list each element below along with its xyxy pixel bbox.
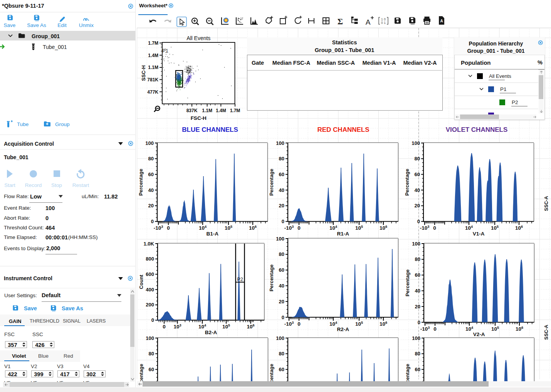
svg-text:100: 100 [412, 141, 420, 146]
svg-text:80: 80 [279, 156, 284, 162]
svg-text:0: 0 [167, 225, 170, 231]
svg-text:80: 80 [415, 156, 420, 162]
svg-text:800: 800 [146, 256, 154, 262]
svg-text:100: 100 [276, 336, 285, 341]
svg-text:105: 105 [222, 323, 230, 330]
svg-text:0: 0 [163, 324, 166, 330]
svg-text:106: 106 [380, 320, 387, 326]
svg-text:80: 80 [148, 351, 154, 357]
svg-text:60: 60 [415, 367, 420, 372]
svg-text:60: 60 [279, 367, 284, 372]
svg-text:100: 100 [145, 141, 154, 146]
svg-text:R2-A: R2-A [337, 326, 349, 332]
svg-text:40: 40 [279, 187, 284, 193]
svg-text:104: 104 [329, 225, 337, 231]
svg-text:20: 20 [415, 203, 420, 209]
svg-text:A: A [440, 19, 443, 23]
svg-text:600: 600 [146, 271, 154, 277]
svg-text:477K: 477K [147, 89, 158, 95]
svg-text:SSC-A: SSC-A [544, 325, 549, 340]
svg-text:0 1: 0 1 [381, 21, 386, 25]
svg-text:Percentage: Percentage [269, 364, 274, 381]
svg-text:80: 80 [415, 256, 420, 262]
svg-text:-103: -103 [420, 326, 430, 332]
svg-text:104: 104 [199, 225, 207, 231]
svg-text:106: 106 [247, 323, 254, 330]
svg-text:60: 60 [279, 172, 284, 177]
svg-text:0: 0 [282, 314, 284, 320]
svg-text:100: 100 [412, 241, 420, 247]
svg-text:60: 60 [415, 172, 420, 177]
svg-text:0: 0 [433, 326, 437, 332]
svg-text:104: 104 [465, 225, 473, 231]
svg-text:0: 0 [298, 321, 301, 326]
svg-text:781K: 781K [147, 77, 158, 82]
svg-text:0: 0 [151, 317, 154, 323]
svg-text:Percentage: Percentage [405, 364, 410, 381]
svg-text:104: 104 [329, 320, 337, 326]
svg-text:60: 60 [415, 272, 420, 278]
svg-text:0: 0 [433, 225, 437, 231]
svg-text:200: 200 [146, 302, 154, 308]
svg-text:V1-A: V1-A [473, 231, 485, 237]
svg-text:60: 60 [148, 367, 154, 372]
svg-text:1.0K: 1.0K [143, 241, 154, 247]
svg-text:60: 60 [148, 172, 154, 177]
svg-text:-103: -103 [420, 225, 430, 231]
svg-text:0: 0 [298, 225, 301, 231]
svg-text:Percentage: Percentage [404, 169, 410, 196]
svg-text:837K: 837K [186, 108, 198, 113]
svg-text:A: A [366, 18, 371, 26]
svg-text:1.1M: 1.1M [148, 65, 158, 70]
svg-text:105: 105 [225, 225, 232, 231]
svg-text:80: 80 [148, 156, 154, 162]
svg-text:80: 80 [415, 351, 420, 357]
svg-text:80: 80 [279, 251, 284, 257]
svg-text:20: 20 [279, 298, 284, 304]
svg-text:20: 20 [148, 203, 154, 209]
svg-text:40: 40 [415, 288, 420, 294]
svg-text:1.4M: 1.4M [148, 53, 158, 58]
svg-text:106: 106 [515, 326, 523, 332]
svg-text:P1: P1 [163, 48, 168, 54]
svg-text:106: 106 [515, 225, 523, 231]
svg-text:1.7M: 1.7M [148, 40, 158, 46]
svg-text:104: 104 [198, 323, 206, 330]
svg-text:0: 0 [282, 219, 284, 224]
svg-text:Σ: Σ [338, 17, 343, 26]
svg-text:400: 400 [146, 286, 154, 292]
svg-text:All Events: All Events [186, 35, 210, 41]
svg-text:60: 60 [279, 267, 284, 273]
svg-text:105: 105 [491, 225, 499, 231]
svg-text:Percentage: Percentage [269, 169, 274, 196]
svg-text:1.7M: 1.7M [230, 108, 240, 113]
svg-text:40: 40 [279, 283, 284, 288]
svg-text:104: 104 [465, 326, 473, 332]
svg-text:100: 100 [412, 336, 420, 341]
svg-text:100: 100 [146, 336, 154, 341]
svg-text:B1-A: B1-A [206, 231, 218, 237]
svg-text:40: 40 [148, 187, 154, 193]
svg-text:106: 106 [249, 225, 257, 231]
svg-text:-103: -103 [284, 320, 294, 326]
svg-text:P2: P2 [237, 277, 243, 282]
svg-text:Percentage: Percentage [269, 264, 274, 291]
svg-text:Percentage: Percentage [405, 269, 410, 296]
svg-text:B2-A: B2-A [205, 329, 217, 335]
svg-text:103: 103 [173, 323, 181, 330]
svg-text:FSC-H: FSC-H [191, 115, 207, 121]
svg-text:105: 105 [491, 326, 499, 332]
svg-text:0: 0 [151, 219, 154, 224]
svg-text:20: 20 [279, 203, 284, 209]
svg-text:1.4M: 1.4M [216, 108, 226, 113]
svg-text:0: 0 [417, 219, 420, 224]
svg-text:1.1M: 1.1M [202, 108, 212, 113]
svg-text:100: 100 [276, 236, 285, 242]
svg-text:SSC-H: SSC-H [141, 65, 146, 81]
svg-text:20: 20 [415, 304, 420, 310]
svg-text:-103: -103 [284, 225, 294, 231]
svg-text:-103: -103 [154, 225, 163, 231]
svg-text:40: 40 [415, 187, 420, 193]
svg-text:SSC-A: SSC-A [544, 196, 549, 211]
svg-text:0: 0 [417, 320, 420, 325]
